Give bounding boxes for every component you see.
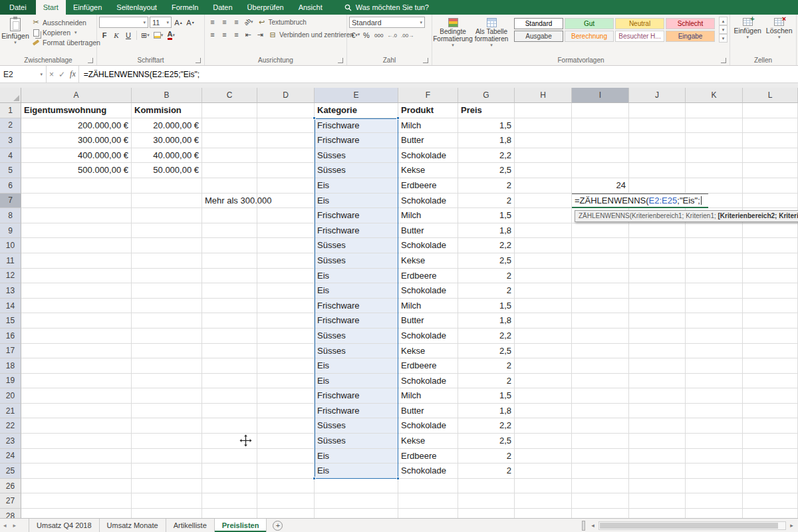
cell-I9[interactable]: [572, 223, 629, 239]
cell-G12[interactable]: 2: [458, 269, 515, 284]
cell-I18[interactable]: [572, 358, 629, 374]
formula-input[interactable]: =ZÄHLENWENNS(E2:E25;"Eis";: [79, 66, 798, 82]
cell-C23[interactable]: [202, 434, 257, 449]
cell-A19[interactable]: [21, 374, 132, 389]
cell-J23[interactable]: [629, 434, 686, 449]
cell-D10[interactable]: [257, 238, 315, 253]
cell-A11[interactable]: [21, 253, 132, 269]
cell-L3[interactable]: [743, 133, 798, 148]
cell-J13[interactable]: [629, 283, 686, 299]
cell-F3[interactable]: Butter: [398, 133, 458, 148]
cell-B5[interactable]: 50.000,00 €: [132, 163, 202, 178]
cell-F28[interactable]: [398, 509, 458, 518]
cell-L17[interactable]: [743, 344, 798, 359]
cell-L1[interactable]: [743, 103, 798, 118]
cell-L18[interactable]: [743, 358, 798, 374]
menu-tab-einfügen[interactable]: Einfügen: [66, 0, 109, 15]
cell-A15[interactable]: [21, 313, 132, 329]
row-header-27[interactable]: 27: [0, 493, 21, 509]
cell-K11[interactable]: [686, 253, 743, 269]
cell-C11[interactable]: [202, 253, 257, 269]
cell-A10[interactable]: [21, 238, 132, 253]
column-header-K[interactable]: K: [686, 88, 743, 103]
row-header-18[interactable]: 18: [0, 358, 21, 374]
cell-G27[interactable]: [458, 493, 515, 509]
cell-B8[interactable]: [132, 208, 202, 223]
cell-B20[interactable]: [132, 388, 202, 404]
menu-tab-datei[interactable]: Datei: [0, 0, 36, 15]
cell-F4[interactable]: Schokolade: [398, 148, 458, 164]
cell-B6[interactable]: [132, 178, 202, 194]
cell-C28[interactable]: [202, 509, 257, 518]
cell-B28[interactable]: [132, 509, 202, 518]
scrollbar-splitter[interactable]: [582, 521, 585, 531]
cell-K26[interactable]: [686, 479, 743, 494]
sheet-nav-prev-button[interactable]: ◂: [0, 519, 10, 532]
cell-B4[interactable]: 40.000,00 €: [132, 148, 202, 164]
delete-cells-button[interactable]: Löschen ▾: [764, 17, 794, 41]
cell-B19[interactable]: [132, 374, 202, 389]
scroll-left-arrow[interactable]: ◂: [589, 522, 597, 529]
row-header-14[interactable]: 14: [0, 299, 21, 314]
cell-I11[interactable]: [572, 253, 629, 269]
decrease-indent-button[interactable]: ⇤: [243, 29, 253, 40]
cell-H1[interactable]: [515, 103, 572, 118]
column-header-E[interactable]: E: [315, 88, 398, 103]
row-header-1[interactable]: 1: [0, 103, 21, 118]
cell-B13[interactable]: [132, 283, 202, 299]
cell-G18[interactable]: 2: [458, 358, 515, 374]
cell-I23[interactable]: [572, 434, 629, 449]
cell-G14[interactable]: 1,5: [458, 299, 515, 314]
cell-H28[interactable]: [515, 509, 572, 518]
cell-H26[interactable]: [515, 479, 572, 494]
cell-F16[interactable]: Schokolade: [398, 329, 458, 344]
cell-A16[interactable]: [21, 329, 132, 344]
cell-E17[interactable]: Süsses: [315, 344, 398, 359]
cell-H9[interactable]: [515, 223, 572, 239]
cell-I27[interactable]: [572, 493, 629, 509]
cell-D9[interactable]: [257, 223, 315, 239]
cell-F6[interactable]: Erdbeere: [398, 178, 458, 194]
cell-E22[interactable]: Süsses: [315, 418, 398, 434]
format-as-table-button[interactable]: Als Tabelle formatieren ▾: [473, 17, 510, 49]
row-header-5[interactable]: 5: [0, 163, 21, 178]
cell-E11[interactable]: Süsses: [315, 253, 398, 269]
cell-F15[interactable]: Butter: [398, 313, 458, 329]
cell-C3[interactable]: [202, 133, 257, 148]
row-header-6[interactable]: 6: [0, 178, 21, 194]
styles-dialog-launcher[interactable]: [721, 58, 726, 63]
cell-A4[interactable]: 400.000,00 €: [21, 148, 132, 164]
cell-K22[interactable]: [686, 418, 743, 434]
menu-tab-formeln[interactable]: Formeln: [164, 0, 205, 15]
row-header-9[interactable]: 9: [0, 223, 21, 239]
cell-K1[interactable]: [686, 103, 743, 118]
wrap-text-button[interactable]: ↩Textumbruch: [256, 17, 309, 27]
cell-A25[interactable]: [21, 464, 132, 479]
cell-F1[interactable]: Produkt: [398, 103, 458, 118]
cell-B11[interactable]: [132, 253, 202, 269]
cell-J5[interactable]: [629, 163, 686, 178]
cell-J12[interactable]: [629, 269, 686, 284]
column-header-F[interactable]: F: [398, 88, 458, 103]
cell-C26[interactable]: [202, 479, 257, 494]
cell-H24[interactable]: [515, 449, 572, 464]
cell-G8[interactable]: 1,5: [458, 208, 515, 223]
cell-D27[interactable]: [257, 493, 315, 509]
cell-E5[interactable]: Süsses: [315, 163, 398, 178]
cell-L21[interactable]: [743, 404, 798, 419]
paste-button[interactable]: Einfügen ▾: [2, 17, 29, 46]
row-header-19[interactable]: 19: [0, 374, 21, 389]
cell-G5[interactable]: 2,5: [458, 163, 515, 178]
cell-J9[interactable]: [629, 223, 686, 239]
cell-L27[interactable]: [743, 493, 798, 509]
cell-D24[interactable]: [257, 449, 315, 464]
menu-tab-überprüfen[interactable]: Überprüfen: [240, 0, 291, 15]
cell-I12[interactable]: [572, 269, 629, 284]
cell-D1[interactable]: [257, 103, 315, 118]
cell-A24[interactable]: [21, 449, 132, 464]
cell-E19[interactable]: Eis: [315, 374, 398, 389]
cell-J20[interactable]: [629, 388, 686, 404]
row-header-7[interactable]: 7: [0, 194, 21, 209]
cell-style-neutral[interactable]: Neutral: [615, 18, 664, 29]
add-sheet-button[interactable]: +: [273, 521, 283, 531]
